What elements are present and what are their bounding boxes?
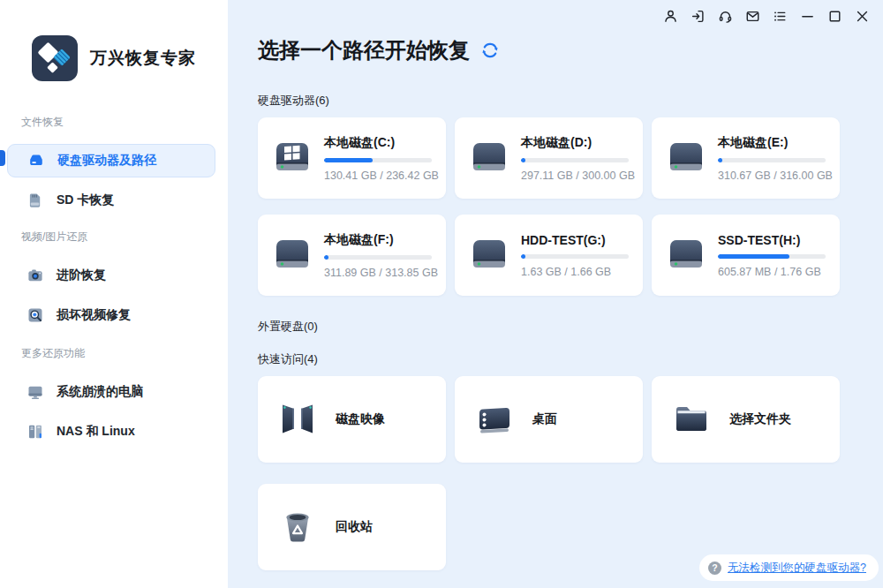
- drive-usage-bar: [718, 254, 826, 259]
- recycle-bin-icon: [277, 507, 318, 547]
- sidebar-item-label: NAS 和 Linux: [57, 424, 135, 440]
- local-disk-icon: [469, 139, 509, 177]
- sidebar-item-label: 硬盘驱动器及路径: [57, 153, 156, 169]
- support-headset-icon: [718, 9, 733, 24]
- maximize-button[interactable]: [826, 7, 843, 25]
- video-repair-icon: [26, 306, 44, 324]
- drive-usage-bar: [324, 158, 432, 162]
- camera-icon: [26, 267, 44, 284]
- titlebar: [228, 0, 883, 25]
- sidebar-item-label: 进阶恢复: [57, 268, 106, 283]
- active-item-indicator: [0, 150, 5, 166]
- app-logo-row: 万兴恢复专家: [0, 0, 228, 81]
- section-label-quick-access: 快速访问(4): [258, 351, 883, 367]
- drive-card-g[interactable]: HDD-TEST(G:) 1.63 GB / 1.66 GB: [455, 215, 643, 296]
- feedback-mail-icon: [745, 9, 760, 24]
- sign-in-button[interactable]: [689, 7, 706, 25]
- drive-capacity: 297.11 GB / 300.00 GB: [521, 170, 629, 182]
- sidebar-item-label: SD 卡恢复: [57, 192, 114, 208]
- quick-access-select-folder[interactable]: 选择文件夹: [652, 376, 840, 463]
- menu-button[interactable]: [771, 7, 789, 25]
- main-area: 选择一个路径开始恢复 硬盘驱动器(6): [228, 0, 883, 588]
- crashed-pc-icon: [26, 383, 44, 401]
- quick-access-disk-image[interactable]: 磁盘映像: [258, 376, 446, 463]
- quick-access-label: 回收站: [336, 519, 373, 535]
- drive-capacity: 310.67 GB / 316.00 GB: [718, 170, 826, 182]
- nas-icon: [26, 423, 44, 441]
- maximize-icon: [827, 9, 842, 24]
- page-title: 选择一个路径开始恢复: [258, 36, 470, 64]
- quick-access-desktop[interactable]: 桌面: [455, 376, 643, 463]
- drive-usage-bar: [718, 158, 826, 162]
- sidebar: 万兴恢复专家 文件恢复 硬盘驱动器及路径 SD 卡恢复 视频/图片还原: [0, 0, 228, 588]
- drive-card-h[interactable]: SSD-TEST(H:) 605.87 MB / 1.76 GB: [652, 215, 840, 296]
- drive-name: 本地磁盘(E:): [718, 135, 826, 151]
- disk-image-icon: [277, 399, 318, 440]
- account-icon: [663, 9, 678, 24]
- minimize-button[interactable]: [798, 7, 816, 25]
- menu-list-icon: [773, 9, 788, 24]
- sidebar-item-label: 系统崩溃的电脑: [57, 384, 143, 400]
- drive-name: SSD-TEST(H:): [718, 233, 826, 247]
- sidebar-item-crashed-computer[interactable]: 系统崩溃的电脑: [7, 375, 215, 409]
- drive-capacity: 1.63 GB / 1.66 GB: [521, 266, 629, 278]
- drive-card-f[interactable]: 本地磁盘(F:) 311.89 GB / 313.85 GB: [258, 215, 446, 296]
- sidebar-item-advanced-recovery[interactable]: 进阶恢复: [7, 259, 215, 292]
- close-button[interactable]: [853, 7, 871, 25]
- section-label-external-drives: 外置硬盘(0): [258, 319, 883, 335]
- help-link[interactable]: 无法检测到您的硬盘驱动器?: [728, 561, 866, 576]
- support-button[interactable]: [716, 7, 734, 25]
- quick-access-label: 桌面: [532, 411, 557, 427]
- app-title: 万兴恢复专家: [90, 47, 196, 70]
- drive-capacity: 311.89 GB / 313.85 GB: [324, 267, 432, 279]
- quick-access-label: 磁盘映像: [336, 411, 385, 427]
- drive-card-d[interactable]: 本地磁盘(D:) 297.11 GB / 300.00 GB: [455, 117, 643, 199]
- sidebar-item-label: 损坏视频修复: [57, 307, 131, 323]
- local-disk-icon: [469, 236, 509, 275]
- sidebar-section-more-functions: 更多还原功能: [21, 346, 228, 361]
- sd-card-icon: [26, 192, 44, 209]
- sidebar-section-video-photo: 视频/图片还原: [21, 230, 228, 245]
- app-logo-icon: [32, 35, 78, 81]
- drive-card-e[interactable]: 本地磁盘(E:) 310.67 GB / 316.00 GB: [652, 117, 840, 199]
- folder-icon: [671, 399, 712, 440]
- drive-grid: 本地磁盘(C:) 130.41 GB / 236.42 GB 本地磁盘(D:): [258, 117, 883, 296]
- local-disk-icon: [666, 236, 706, 275]
- hard-drive-icon: [27, 152, 45, 170]
- sidebar-section-file-recovery: 文件恢复: [21, 115, 228, 130]
- sidebar-item-video-repair[interactable]: 损坏视频修复: [7, 298, 215, 332]
- app-window: 万兴恢复专家 文件恢复 硬盘驱动器及路径 SD 卡恢复 视频/图片还原: [0, 0, 883, 588]
- section-label-hard-drives: 硬盘驱动器(6): [258, 93, 883, 109]
- quick-access-recycle-bin[interactable]: 回收站: [258, 484, 446, 570]
- drive-capacity: 605.87 MB / 1.76 GB: [718, 266, 826, 278]
- drive-usage-bar: [521, 254, 629, 259]
- sign-in-icon: [691, 9, 706, 24]
- drive-usage-bar: [521, 158, 629, 162]
- local-disk-icon: [666, 139, 706, 177]
- question-mark-icon: ?: [708, 562, 721, 575]
- drive-name: HDD-TEST(G:): [521, 233, 629, 247]
- feedback-button[interactable]: [743, 7, 761, 25]
- drive-name: 本地磁盘(D:): [521, 135, 629, 151]
- drive-usage-bar: [324, 255, 432, 260]
- sidebar-item-hard-drives[interactable]: 硬盘驱动器及路径: [7, 144, 215, 177]
- minimize-icon: [800, 9, 815, 24]
- drive-name: 本地磁盘(F:): [324, 232, 432, 248]
- drive-card-c[interactable]: 本地磁盘(C:) 130.41 GB / 236.42 GB: [258, 117, 446, 199]
- sidebar-item-nas-linux[interactable]: NAS 和 Linux: [7, 415, 215, 449]
- drive-name: 本地磁盘(C:): [324, 135, 432, 151]
- local-disk-windows-icon: [272, 139, 313, 177]
- desktop-icon: [474, 399, 515, 440]
- local-disk-icon: [272, 236, 313, 275]
- account-button[interactable]: [661, 7, 679, 25]
- quick-access-grid: 磁盘映像 桌面: [258, 376, 883, 570]
- sidebar-item-sd-card[interactable]: SD 卡恢复: [7, 184, 215, 217]
- drive-capacity: 130.41 GB / 236.42 GB: [324, 170, 432, 182]
- close-icon: [855, 9, 870, 24]
- refresh-icon[interactable]: [480, 41, 500, 60]
- help-link-pill[interactable]: ? 无法检测到您的硬盘驱动器?: [699, 554, 879, 581]
- quick-access-label: 选择文件夹: [729, 411, 791, 427]
